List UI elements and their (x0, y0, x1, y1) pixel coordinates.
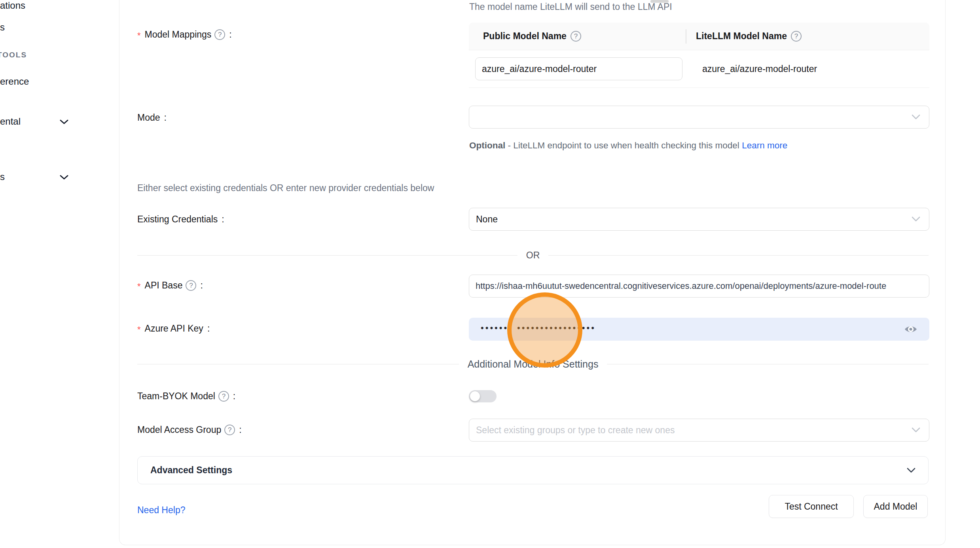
chevron-down-icon[interactable] (59, 174, 69, 180)
chevron-down-icon (907, 468, 916, 473)
advanced-settings-panel[interactable]: Advanced Settings (137, 456, 929, 484)
required-asterisk: * (137, 30, 141, 41)
add-model-form-card: The model name LiteLLM will send to the … (119, 0, 946, 545)
sidebar-item-clipped-5[interactable]: s (0, 171, 5, 182)
help-question-icon[interactable]: ? (214, 29, 225, 40)
chevron-down-icon (912, 427, 920, 433)
sidebar-item-clipped-3[interactable]: erence (0, 76, 29, 87)
or-divider-text: OR (517, 250, 549, 261)
chevron-down-icon (912, 114, 920, 120)
model-mappings-label: * Model Mappings ? : (137, 29, 232, 40)
public-model-name-header: Public Model Name ? (469, 31, 686, 42)
eye-reveal-icon[interactable] (904, 324, 917, 334)
model-access-group-placeholder: Select existing groups or type to create… (476, 425, 912, 436)
test-connect-button[interactable]: Test Connect (769, 495, 854, 518)
model-access-group-label: Model Access Group ? : (137, 425, 242, 435)
mode-label: Mode : (137, 112, 167, 123)
litellm-model-name-value: azure_ai/azure-model-router (686, 64, 817, 74)
mode-select[interactable] (469, 106, 929, 129)
litellm-model-name-header: LiteLLM Model Name ? (686, 31, 802, 42)
help-question-icon[interactable]: ? (571, 31, 581, 42)
model-access-group-select[interactable]: Select existing groups or type to create… (469, 419, 929, 442)
toggle-knob (470, 391, 480, 401)
public-model-name-input[interactable] (475, 57, 682, 80)
need-help-link[interactable]: Need Help? (137, 505, 185, 516)
chevron-down-icon[interactable] (59, 119, 69, 125)
or-divider: OR (137, 250, 929, 261)
sidebar-item-clipped-4[interactable]: ental (0, 116, 21, 127)
azure-api-key-label: * Azure API Key : (137, 323, 210, 334)
existing-credentials-select[interactable]: None (469, 208, 929, 231)
model-mappings-table-row: azure_ai/azure-model-router (469, 50, 929, 88)
sidebar-item-clipped-1[interactable]: ations (0, 0, 25, 11)
litellm-model-name-hint: The model name LiteLLM will send to the … (469, 2, 672, 12)
click-location-indicator (507, 292, 582, 368)
help-question-icon[interactable]: ? (218, 391, 229, 402)
chevron-down-icon (912, 216, 920, 222)
help-question-icon[interactable]: ? (224, 425, 235, 435)
sidebar: ations s TOOLS erence ental s (0, 0, 119, 548)
api-base-label: * API Base ? : (137, 280, 203, 291)
required-asterisk: * (137, 324, 141, 335)
column-separator (686, 29, 686, 44)
mode-help-text: Optional - LiteLLM endpoint to use when … (469, 138, 802, 154)
existing-credentials-label: Existing Credentials : (137, 214, 224, 225)
existing-credentials-value: None (476, 214, 912, 225)
learn-more-link[interactable]: Learn more (742, 140, 787, 150)
model-mappings-table: Public Model Name ? LiteLLM Model Name ?… (469, 23, 929, 88)
add-model-button[interactable]: Add Model (863, 495, 928, 518)
help-question-icon[interactable]: ? (186, 280, 196, 291)
model-mappings-table-header: Public Model Name ? LiteLLM Model Name ? (469, 23, 929, 50)
required-asterisk: * (137, 281, 141, 292)
team-byok-label: Team-BYOK Model ? : (137, 391, 235, 402)
credentials-note: Either select existing credentials OR en… (137, 183, 434, 193)
advanced-settings-label: Advanced Settings (150, 465, 907, 476)
sidebar-item-clipped-2[interactable]: s (0, 22, 5, 33)
help-question-icon[interactable]: ? (791, 31, 802, 42)
team-byok-toggle[interactable] (469, 390, 497, 402)
sidebar-section-tools: TOOLS (0, 51, 27, 59)
